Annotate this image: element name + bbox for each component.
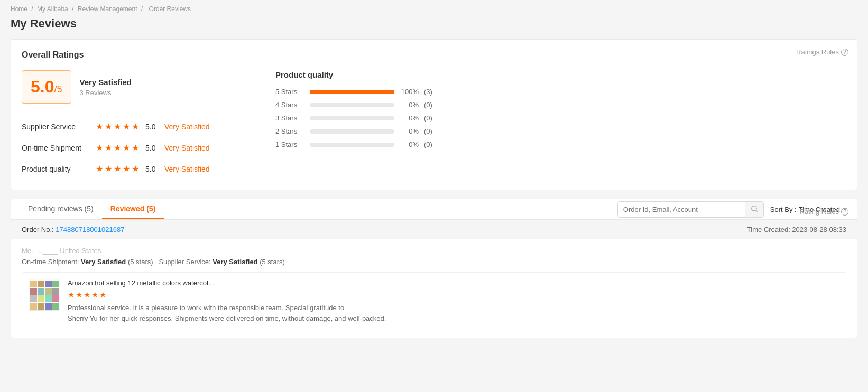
review-ratings: On-time Shipment: Very Satisfied (5 star… bbox=[22, 258, 846, 266]
review-header: Order No.: 174880718001021687 Time Creat… bbox=[11, 220, 857, 239]
bar-row: 3 Stars 0% (0) bbox=[275, 114, 846, 122]
search-button[interactable] bbox=[745, 202, 763, 217]
product-quality-title: Product quality bbox=[275, 70, 846, 79]
score-text-block: Very Satisfied 3 Reviews bbox=[80, 78, 132, 97]
star-icon: ★ bbox=[96, 143, 103, 153]
rating-score: 5.0 bbox=[145, 144, 164, 152]
star-icon: ★ bbox=[114, 164, 121, 174]
bar-label: 1 Stars bbox=[275, 141, 304, 148]
bar-row: 1 Stars 0% (0) bbox=[275, 141, 846, 148]
search-icon bbox=[751, 205, 758, 212]
tab-items: Pending reviews (5)Reviewed (5) bbox=[20, 199, 164, 219]
bar-track bbox=[310, 116, 394, 120]
bar-count: (0) bbox=[424, 141, 432, 148]
rating-text: Very Satisfied bbox=[164, 123, 210, 131]
score-number: 5.0 bbox=[31, 77, 54, 96]
star-icon: ★ bbox=[105, 143, 112, 153]
bar-pct: 0% bbox=[400, 114, 419, 122]
bar-label: 2 Stars bbox=[275, 127, 304, 135]
bar-pct: 100% bbox=[400, 88, 419, 96]
bar-rows: 5 Stars 100% (3) 4 Stars 0% (0) 3 Stars … bbox=[275, 88, 846, 148]
breadcrumb-home[interactable]: Home bbox=[11, 5, 27, 13]
star-icon: ★ bbox=[105, 164, 112, 174]
rating-rules-info-icon: ? bbox=[841, 208, 848, 216]
bar-label: 4 Stars bbox=[275, 101, 304, 109]
rating-row: Product quality ★★★★★ 5.0 Very Satisfied bbox=[22, 158, 254, 179]
product-thumbnail bbox=[29, 279, 60, 311]
rating-row: On-time Shipment ★★★★★ 5.0 Very Satisfie… bbox=[22, 137, 254, 158]
ratings-rules-link[interactable]: Ratings Rules ? bbox=[796, 48, 848, 56]
order-no-link[interactable]: 174880718001021687 bbox=[56, 226, 124, 234]
stars: ★★★★★ bbox=[96, 122, 139, 132]
overall-ratings-card: Ratings Rules ? Overall Ratings 5.0/5 Ve… bbox=[11, 39, 857, 190]
star-icon: ★ bbox=[96, 164, 103, 174]
product-details: Amazon hot selling 12 metallic colors wa… bbox=[68, 279, 839, 323]
breadcrumb-my-alibaba[interactable]: My Alibaba bbox=[37, 5, 68, 13]
bar-track bbox=[310, 129, 394, 134]
star-icon: ★ bbox=[114, 122, 121, 132]
bar-track bbox=[310, 103, 394, 107]
breadcrumb-review-management[interactable]: Review Management bbox=[78, 5, 137, 13]
product-review-text: Professional service. It is a pleasure t… bbox=[68, 303, 839, 323]
bar-track bbox=[310, 90, 394, 94]
bar-fill bbox=[310, 90, 394, 94]
rating-label: Supplier Service bbox=[22, 123, 96, 131]
rating-label: Product quality bbox=[22, 165, 96, 173]
star-icon: ★ bbox=[123, 122, 130, 132]
rating-rows: Supplier Service ★★★★★ 5.0 Very Satisfie… bbox=[22, 116, 254, 179]
star-icon: ★ bbox=[132, 143, 139, 153]
star-icon: ★ bbox=[96, 122, 103, 132]
product-stars: ★★★★★ bbox=[68, 290, 839, 300]
star-icon: ★ bbox=[123, 143, 130, 153]
review-body: Me.. ...____,United States On-time Shipm… bbox=[11, 239, 857, 338]
star-icon: ★ bbox=[114, 143, 121, 153]
rating-score: 5.0 bbox=[145, 165, 164, 173]
star-icon: ★ bbox=[123, 164, 130, 174]
tabs-container: Pending reviews (5)Reviewed (5) Sort By … bbox=[11, 199, 857, 220]
product-star-icon: ★ bbox=[99, 290, 106, 300]
bar-pct: 0% bbox=[400, 127, 419, 135]
rating-score: 5.0 bbox=[145, 123, 164, 131]
star-icon: ★ bbox=[105, 122, 112, 132]
page-title: My Reviews bbox=[11, 17, 857, 31]
right-section: Product quality 5 Stars 100% (3) 4 Stars… bbox=[275, 70, 846, 179]
breadcrumb-order-reviews: Order Reviews bbox=[149, 5, 191, 13]
bar-track bbox=[310, 143, 394, 147]
ratings-rules-info-icon: ? bbox=[841, 49, 848, 56]
overall-content: 5.0/5 Very Satisfied 3 Reviews Supplier … bbox=[22, 70, 846, 179]
stars: ★★★★★ bbox=[96, 143, 139, 153]
bar-row: 2 Stars 0% (0) bbox=[275, 127, 846, 135]
left-section: 5.0/5 Very Satisfied 3 Reviews Supplier … bbox=[22, 70, 254, 179]
product-star-icon: ★ bbox=[76, 290, 82, 300]
order-no: Order No.: 174880718001021687 bbox=[22, 226, 124, 234]
rating-rules-link[interactable]: Rating Rules ? bbox=[800, 208, 848, 216]
tab-item[interactable]: Reviewed (5) bbox=[102, 199, 164, 219]
reviewer-info: Me.. ...____,United States bbox=[22, 247, 846, 255]
bar-count: (0) bbox=[424, 127, 432, 135]
svg-line-1 bbox=[756, 210, 758, 211]
product-star-icon: ★ bbox=[68, 290, 75, 300]
product-star-icon: ★ bbox=[84, 290, 90, 300]
search-input[interactable] bbox=[618, 202, 745, 217]
product-review: Amazon hot selling 12 metallic colors wa… bbox=[22, 272, 846, 330]
rating-text: Very Satisfied bbox=[164, 144, 210, 152]
reviews-list: Order No.: 174880718001021687 Time Creat… bbox=[11, 220, 857, 338]
tab-item[interactable]: Pending reviews (5) bbox=[20, 199, 102, 219]
breadcrumb: Home / My Alibaba / Review Management / … bbox=[11, 5, 857, 13]
bar-pct: 0% bbox=[400, 141, 419, 148]
score-label: Very Satisfied bbox=[80, 78, 132, 87]
score-box: 5.0/5 bbox=[22, 70, 71, 104]
bar-count: (3) bbox=[424, 88, 432, 96]
stars: ★★★★★ bbox=[96, 164, 139, 174]
rating-row: Supplier Service ★★★★★ 5.0 Very Satisfie… bbox=[22, 116, 254, 137]
star-icon: ★ bbox=[132, 164, 139, 174]
bar-count: (0) bbox=[424, 101, 432, 109]
reviews-count: 3 Reviews bbox=[80, 89, 132, 97]
product-name: Amazon hot selling 12 metallic colors wa… bbox=[68, 279, 839, 287]
time-created: Time Created: 2023-08-28 08:33 bbox=[747, 226, 846, 234]
star-icon: ★ bbox=[132, 122, 139, 132]
bar-label: 3 Stars bbox=[275, 114, 304, 122]
review-item: Order No.: 174880718001021687 Time Creat… bbox=[11, 220, 857, 338]
rating-label: On-time Shipment bbox=[22, 144, 96, 152]
score-denom: /5 bbox=[54, 84, 62, 95]
